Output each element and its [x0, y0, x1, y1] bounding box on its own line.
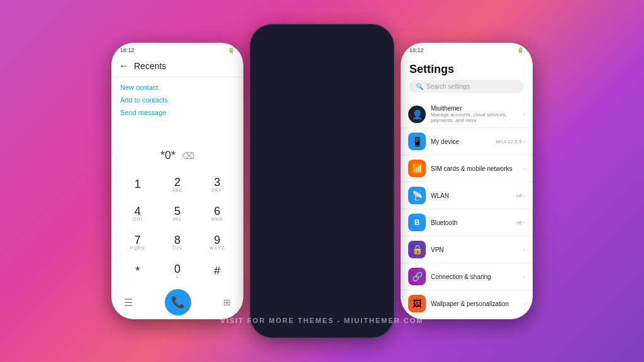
dial-key-4[interactable]: 4 GHI [118, 199, 157, 228]
phone-left-screen: 16:12 🔋 ← Recents New contact Add to con… [111, 43, 243, 319]
chevron-icon-3: › [523, 165, 525, 172]
dialed-number: *0* [160, 149, 175, 162]
wlan-right: off › [516, 192, 525, 199]
recents-actions: New contact Add to contacts Send message [111, 77, 243, 141]
phone-right-screen: 16:12 🔋 Settings 🔍 Search settings 👤 [401, 43, 533, 319]
dial-key-hash[interactable]: # [197, 256, 237, 285]
dial-key-8[interactable]: 8 TUV [157, 228, 197, 256]
settings-item-my-device[interactable]: 📱 My device MIUI 12.5.5 › [401, 128, 533, 155]
dial-key-star[interactable]: * [118, 256, 157, 285]
vpn-title: VPN [431, 246, 518, 253]
settings-item-wallpaper[interactable]: 🖼 Wallpaper & personalization › [401, 290, 533, 317]
dialer-display: *0* ⌫ [111, 141, 243, 170]
chevron-icon-7: › [523, 273, 525, 280]
status-bar-right: 16:12 🔋 [401, 43, 533, 55]
time-right: 16:12 [409, 47, 424, 53]
recents-header: ← Recents [111, 55, 243, 77]
bluetooth-right: off › [516, 219, 525, 226]
my-device-title: My device [431, 138, 491, 145]
status-bar-left: 16:12 🔋 [111, 43, 243, 55]
back-button[interactable]: ← [119, 60, 129, 72]
backspace-button[interactable]: ⌫ [182, 151, 194, 161]
chevron-icon-8: › [523, 300, 525, 307]
miuithemer-content: Miuithemer Manage accounts, cloud servic… [431, 105, 518, 123]
phone-right: 16:12 🔋 Settings 🔍 Search settings 👤 [401, 43, 533, 319]
connection-content: Connection & sharing [431, 273, 518, 280]
status-icons-left: 🔋 [228, 47, 235, 53]
dial-key-3[interactable]: 3 DEF [197, 170, 237, 199]
wlan-content: WLAN [431, 192, 511, 199]
settings-item-vpn[interactable]: 🔒 VPN › [401, 236, 533, 263]
bluetooth-icon: B [408, 214, 426, 231]
dial-grid: 1 2 ABC 3 DEF 4 GHI 5 JKL [111, 170, 243, 285]
my-device-icon: 📱 [408, 133, 426, 150]
bluetooth-title: Bluetooth [431, 219, 511, 226]
wlan-title: WLAN [431, 192, 511, 199]
wallpaper-title: Wallpaper & personalization [431, 300, 518, 307]
dial-key-5[interactable]: 5 JKL [157, 199, 197, 228]
settings-title: Settings [409, 63, 524, 76]
wlan-status: off [516, 193, 522, 199]
chevron-icon-2: › [523, 138, 525, 145]
sim-content: SIM cards & mobile networks [431, 165, 518, 172]
my-device-content: My device [431, 138, 491, 145]
wallpaper-icon: 🖼 [408, 295, 426, 312]
sim-title: SIM cards & mobile networks [431, 165, 518, 172]
dial-key-9[interactable]: 9 WXYZ [197, 228, 237, 256]
watermark: VISIT FOR MORE THEMES - MIUITHEMER.COM [221, 317, 424, 324]
recents-title: Recents [134, 61, 166, 71]
settings-search-bar[interactable]: 🔍 Search settings [409, 80, 524, 93]
miuithemer-icon: 👤 [408, 106, 426, 123]
search-placeholder: Search settings [426, 83, 470, 90]
settings-item-wlan[interactable]: 📡 WLAN off › [401, 182, 533, 209]
connection-icon: 🔗 [408, 268, 426, 285]
phones-container: 16:12 🔋 ← Recents New contact Add to con… [99, 0, 545, 362]
miui-version: MIUI 12.5.5 [496, 139, 521, 145]
dial-key-0[interactable]: 0 + [157, 256, 197, 285]
vpn-content: VPN [431, 246, 518, 253]
dial-key-1[interactable]: 1 [118, 170, 157, 199]
my-device-right: MIUI 12.5.5 › [496, 138, 525, 145]
bluetooth-content: Bluetooth [431, 219, 511, 226]
chevron-icon-4: › [523, 192, 525, 199]
new-contact-link[interactable]: New contact [120, 84, 235, 91]
chevron-icon: › [523, 111, 525, 118]
call-button[interactable]: 📞 [165, 289, 191, 315]
add-to-contacts-link[interactable]: Add to contacts [120, 96, 235, 104]
wallpaper-content: Wallpaper & personalization [431, 300, 518, 307]
bluetooth-status: off [516, 220, 522, 226]
dial-key-7[interactable]: 7 PQRS [118, 228, 157, 256]
sim-icon: 📶 [408, 160, 426, 177]
phone-center: 16:12 🔋 Mi ⏺ Recorder 📁 File Manager 📹 [250, 24, 394, 338]
settings-header: Settings 🔍 Search settings [401, 55, 533, 101]
settings-item-sim[interactable]: 📶 SIM cards & mobile networks › [401, 155, 533, 182]
miuithemer-subtitle: Manage accounts, cloud services, payment… [431, 112, 518, 123]
keypad-icon[interactable]: ⊞ [223, 297, 231, 307]
dial-key-2[interactable]: 2 ABC [157, 170, 197, 199]
miuithemer-title: Miuithemer [431, 105, 518, 112]
chevron-icon-6: › [523, 246, 525, 253]
phone-left: 16:12 🔋 ← Recents New contact Add to con… [111, 43, 243, 319]
settings-item-miuithemer[interactable]: 👤 Miuithemer Manage accounts, cloud serv… [401, 101, 533, 128]
connection-title: Connection & sharing [431, 273, 518, 280]
settings-item-bluetooth[interactable]: B Bluetooth off › [401, 209, 533, 236]
wlan-icon: 📡 [408, 187, 426, 204]
menu-icon[interactable]: ☰ [124, 297, 133, 309]
send-message-link[interactable]: Send message [120, 109, 235, 116]
time-left: 16:12 [120, 47, 135, 53]
vpn-icon: 🔒 [408, 241, 426, 258]
search-icon: 🔍 [416, 83, 423, 90]
status-icons-right: 🔋 [517, 47, 524, 53]
settings-item-connection[interactable]: 🔗 Connection & sharing › [401, 263, 533, 290]
settings-list: 👤 Miuithemer Manage accounts, cloud serv… [401, 101, 533, 319]
chevron-icon-5: › [523, 219, 525, 226]
dialer-bottom: ☰ 📞 ⊞ [111, 285, 243, 319]
dial-key-6[interactable]: 6 MNO [197, 199, 237, 228]
